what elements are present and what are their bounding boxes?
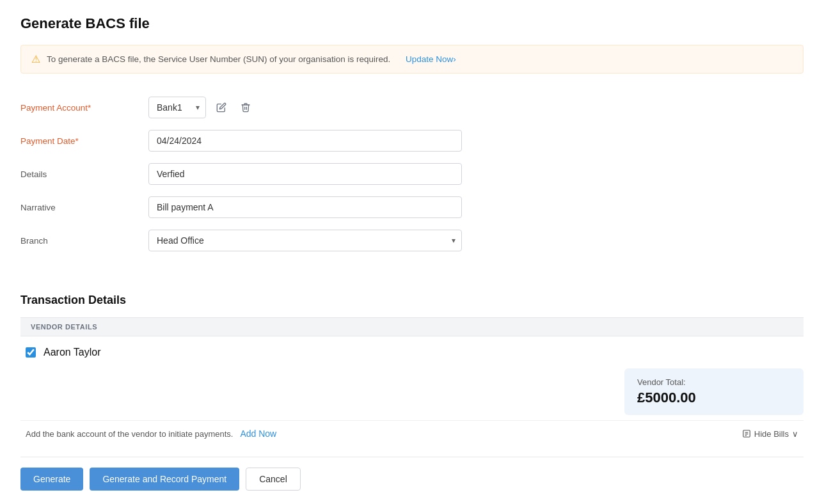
bank-info-text: Add the bank account of the vendor to in… bbox=[26, 429, 234, 439]
generate-record-payment-button[interactable]: Generate and Record Payment bbox=[90, 468, 239, 491]
branch-row: Branch Head Office Branch 1 Branch 2 ▾ bbox=[20, 230, 804, 251]
footer-actions: Generate Generate and Record Payment Can… bbox=[20, 457, 804, 496]
cancel-button[interactable]: Cancel bbox=[246, 468, 301, 491]
edit-icon bbox=[216, 102, 226, 113]
payment-account-row: Payment Account* Bank1 ▾ bbox=[20, 97, 804, 118]
bank-info-text-group: Add the bank account of the vendor to in… bbox=[26, 429, 276, 439]
bills-icon bbox=[742, 429, 751, 438]
details-input[interactable] bbox=[148, 163, 462, 185]
payment-account-field-group: Bank1 ▾ bbox=[148, 97, 255, 118]
hide-bills-button[interactable]: Hide Bills ∨ bbox=[742, 429, 798, 439]
trash-icon bbox=[241, 102, 251, 113]
vendor-checkbox[interactable] bbox=[26, 347, 36, 358]
vendor-header: VENDOR DETAILS bbox=[20, 317, 804, 336]
vendor-total-area: Vendor Total: £5000.00 bbox=[20, 363, 804, 415]
branch-field: Head Office Branch 1 Branch 2 ▾ bbox=[148, 230, 462, 251]
branch-select-wrapper: Head Office Branch 1 Branch 2 ▾ bbox=[148, 230, 462, 251]
vendor-total-amount: £5000.00 bbox=[637, 390, 791, 406]
payment-date-row: Payment Date* bbox=[20, 130, 804, 152]
vendor-name: Aaron Taylor bbox=[44, 347, 101, 358]
warning-icon: ⚠ bbox=[31, 53, 40, 65]
details-row: Details bbox=[20, 163, 804, 185]
bank-info-row: Add the bank account of the vendor to in… bbox=[20, 420, 804, 446]
narrative-label: Narrative bbox=[20, 203, 148, 212]
narrative-input[interactable] bbox=[148, 196, 462, 218]
transaction-details-title: Transaction Details bbox=[20, 294, 804, 307]
payment-account-select-wrapper: Bank1 ▾ bbox=[148, 97, 206, 118]
payment-date-input[interactable] bbox=[148, 130, 462, 152]
payment-date-label: Payment Date* bbox=[20, 136, 148, 146]
add-now-link[interactable]: Add Now bbox=[240, 429, 276, 439]
vendor-row: Aaron Taylor bbox=[20, 336, 804, 363]
delete-payment-account-button[interactable] bbox=[237, 98, 255, 116]
branch-label: Branch bbox=[20, 236, 148, 246]
vendor-total-label: Vendor Total: bbox=[637, 377, 791, 387]
details-label: Details bbox=[20, 169, 148, 179]
payment-account-label: Payment Account* bbox=[20, 103, 148, 113]
vendor-total-card: Vendor Total: £5000.00 bbox=[624, 368, 804, 415]
hide-bills-chevron-icon: ∨ bbox=[792, 429, 798, 439]
form-section: Payment Account* Bank1 ▾ bbox=[20, 91, 804, 278]
update-now-link[interactable]: Update Now› bbox=[406, 54, 456, 64]
hide-bills-label: Hide Bills bbox=[754, 429, 789, 439]
alert-message: To generate a BACS file, the Service Use… bbox=[47, 54, 390, 64]
details-field bbox=[148, 163, 462, 185]
narrative-field bbox=[148, 196, 462, 218]
edit-payment-account-button[interactable] bbox=[212, 98, 230, 116]
generate-button[interactable]: Generate bbox=[20, 468, 83, 491]
payment-date-field bbox=[148, 130, 462, 152]
branch-select[interactable]: Head Office Branch 1 Branch 2 bbox=[148, 230, 462, 251]
page-title: Generate BACS file bbox=[20, 15, 804, 32]
narrative-row: Narrative bbox=[20, 196, 804, 218]
payment-account-select[interactable]: Bank1 bbox=[148, 97, 206, 118]
alert-banner: ⚠ To generate a BACS file, the Service U… bbox=[20, 45, 804, 74]
transaction-details-section: Transaction Details VENDOR DETAILS Aaron… bbox=[20, 294, 804, 446]
payment-account-field: Bank1 ▾ bbox=[148, 97, 206, 118]
